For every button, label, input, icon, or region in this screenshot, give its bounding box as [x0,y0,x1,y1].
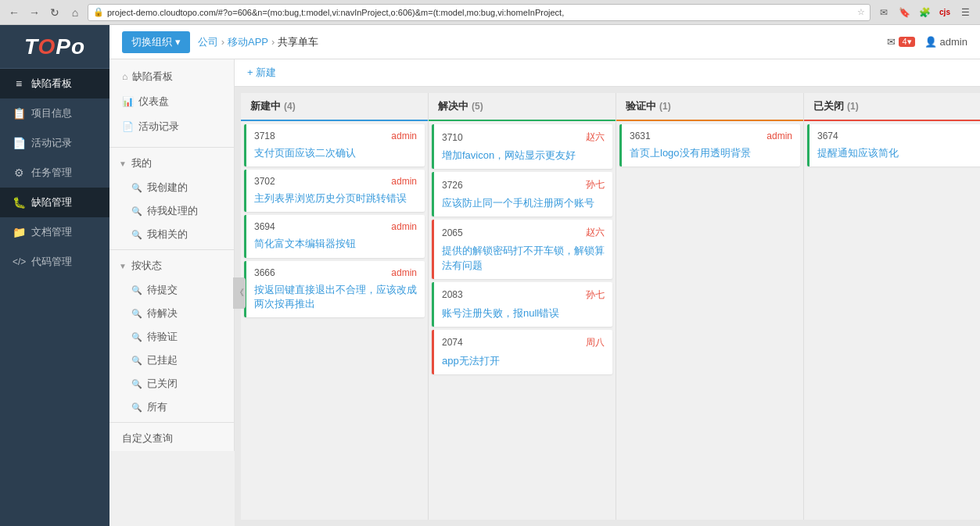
sidebar-item-doc-mgmt[interactable]: 📁 文档管理 [0,217,109,247]
divider-1 [109,147,234,148]
search-icon: 🔍 [131,356,142,366]
status-label: 已关闭 [147,377,178,391]
sidebar-item-project-info[interactable]: 📋 项目信息 [0,98,109,128]
status-label: 待验证 [147,330,178,344]
refresh-button[interactable]: ↻ [47,5,63,20]
breadcrumb-app[interactable]: 移动APP [228,35,268,49]
status-pending-submit[interactable]: 🔍 待提交 [109,278,234,302]
custom-query-link[interactable]: 自定义查询 [109,426,234,451]
kanban-card[interactable]: 3726 孙七 应该防止同一个手机注册两个账号 [432,172,612,216]
switch-org-button[interactable]: 切换组织 ▾ [122,31,190,53]
status-on-hold[interactable]: 🔍 已挂起 [109,349,234,372]
bookmark-icon[interactable]: ☆ [857,7,865,17]
sidebar-item-dashboard[interactable]: ≡ 缺陷看板 [0,69,109,98]
kanban-card[interactable]: 2065 赵六 提供的解锁密码打不开车锁，解锁算法有问题 [432,220,612,278]
column-resolving: 解决中 (5) 3710 赵六 增加favicon，网站显示更友好 [429,93,616,520]
user-icon: 👤 [924,36,937,48]
card-assignee: 赵六 [586,131,605,144]
status-pending-resolve[interactable]: 🔍 待解决 [109,302,234,325]
menu-icon[interactable]: ☰ [957,4,974,21]
my-group-header[interactable]: ▼ 我的 [109,151,234,176]
forward-button[interactable]: → [27,5,42,20]
status-closed[interactable]: 🔍 已关闭 [109,372,234,395]
card-header: 2065 赵六 [442,226,605,239]
card-id: 3674 [817,131,838,141]
card-header: 3666 admin [254,267,417,278]
card-title: 应该防止同一个手机注册两个账号 [442,196,605,210]
bookmark-list-icon[interactable]: 🔖 [896,4,913,21]
url-bar[interactable]: 🔒 project-demo.cloudtopo.com/#?o=606&n=(… [88,4,871,21]
my-related-label: 我相关的 [147,227,188,242]
left-panel: ⌂ 缺陷看板 📊 仪表盘 📄 活动记录 [109,59,235,451]
sidebar-item-activity[interactable]: 📄 活动记录 [0,128,109,158]
card-id: 3710 [442,132,463,143]
left-panel-dashboard[interactable]: ⌂ 缺陷看板 [109,64,234,89]
sidebar-item-label: 活动记录 [31,136,72,150]
status-group-header[interactable]: ▼ 按状态 [109,253,234,278]
sidebar-item-bug-mgmt[interactable]: 🐛 缺陷管理 [0,188,109,217]
card-title: 增加favicon，网站显示更友好 [442,148,605,163]
my-related[interactable]: 🔍 我相关的 [109,223,234,246]
kanban-card[interactable]: 3666 admin 按返回键直接退出不合理，应该改成两次按再推出 [244,261,425,317]
kanban-card[interactable]: 3694 admin 简化富文本编辑器按钮 [244,215,425,257]
status-pending-verify[interactable]: 🔍 待验证 [109,325,234,349]
kanban-card[interactable]: 3674 提醒通知应该简化 [807,124,980,166]
card-title: app无法打开 [442,354,605,368]
card-title: 主列表界浏览历史分页时跳转错误 [254,191,417,206]
back-button[interactable]: ← [6,5,22,20]
kanban-card[interactable]: 3710 赵六 增加favicon，网站显示更友好 [432,124,612,169]
kanban-card[interactable]: 2083 孙七 账号注册失败，报null错误 [432,282,612,327]
status-all[interactable]: 🔍 所有 [109,395,234,419]
notification-button[interactable]: ✉ 4▾ [887,36,914,48]
column-header-resolving: 解决中 (5) [429,93,616,121]
divider-2 [109,249,234,250]
divider-3 [109,422,234,423]
kanban-card[interactable]: 2074 周八 app无法打开 [432,330,612,374]
code-icon: </> [13,256,25,267]
column-header-closed: 已关闭 (1) [804,93,980,121]
left-panel-activity[interactable]: 📄 活动记录 [109,114,234,139]
kanban-card[interactable]: 3631 admin 首页上logo没有用透明背景 [619,124,800,166]
my-pending[interactable]: 🔍 待我处理的 [109,199,234,223]
sidebar-item-task-mgmt[interactable]: ⚙ 任务管理 [0,158,109,188]
cjs-icon[interactable]: cjs [936,4,953,21]
column-cards-resolving: 3710 赵六 增加favicon，网站显示更友好 3726 孙七 [429,121,616,520]
card-assignee: admin [391,221,417,232]
kanban-columns: 新建中 (4) 3718 admin 支付页面应该二次确认 [235,87,980,526]
search-icon: 🔍 [131,206,142,216]
app-logo: TOPo [0,25,109,69]
home-button[interactable]: ⌂ [67,5,83,20]
browser-actions: ✉ 🔖 🧩 cjs ☰ [875,4,974,21]
kanban-card[interactable]: 3702 admin 主列表界浏览历史分页时跳转错误 [244,170,425,212]
search-icon: 🔍 [131,379,142,389]
browser-bar: ← → ↻ ⌂ 🔒 project-demo.cloudtopo.com/#?o… [0,0,980,25]
status-label: 已挂起 [147,353,178,367]
new-bug-button[interactable]: + 新建 [247,66,276,80]
breadcrumb-company[interactable]: 公司 [198,35,218,49]
mail-icon: ✉ [887,36,896,48]
chevron-left-icon: 《 [235,287,244,299]
column-header-verifying: 验证中 (1) [616,93,803,121]
card-header: 3726 孙七 [442,178,605,191]
card-id: 3726 [442,180,463,191]
breadcrumb-current: 共享单车 [278,35,318,49]
search-icon: 🔍 [131,332,142,342]
mail-icon[interactable]: ✉ [875,4,892,21]
extension-icon[interactable]: 🧩 [916,4,933,21]
card-id: 3702 [254,176,275,187]
breadcrumb-sep-1: › [221,36,224,48]
sidebar-item-code-mgmt[interactable]: </> 代码管理 [0,247,109,277]
left-panel-label: 活动记录 [138,120,179,134]
document-icon: 📋 [13,107,25,120]
status-label: 待解决 [147,306,178,320]
home-icon: ⌂ [122,71,127,82]
user-menu-button[interactable]: 👤 admin [924,36,967,48]
card-title: 首页上logo没有用透明背景 [630,146,792,160]
left-panel-kanban[interactable]: 📊 仪表盘 [109,89,234,114]
collapse-panel-button[interactable]: 《 [233,277,246,309]
my-pending-label: 待我处理的 [147,204,198,218]
my-created[interactable]: 🔍 我创建的 [109,176,234,199]
search-icon: 🔍 [131,309,142,319]
kanban-card[interactable]: 3718 admin 支付页面应该二次确认 [244,124,425,166]
left-panel-label: 缺陷看板 [132,70,173,84]
